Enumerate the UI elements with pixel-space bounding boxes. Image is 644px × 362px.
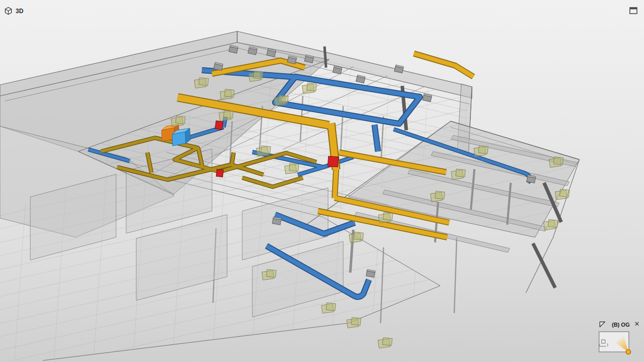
floor-minimap[interactable] xyxy=(598,331,644,362)
window-panel-icon[interactable] xyxy=(629,7,637,14)
camera-position-marker[interactable] xyxy=(626,350,631,354)
bim-model-canvas[interactable] xyxy=(0,0,644,362)
floor-plan-panel-header: (B) OG ✕ xyxy=(598,320,644,331)
floor-plan-panel: (B) OG ✕ xyxy=(598,320,644,362)
cube-3d-icon xyxy=(4,7,13,15)
model-viewport[interactable]: 3D (B) OG ✕ xyxy=(0,0,644,362)
close-icon[interactable]: ✕ xyxy=(633,321,640,328)
view-label: 3D xyxy=(16,8,24,15)
view-indicator: 3D xyxy=(4,7,24,15)
